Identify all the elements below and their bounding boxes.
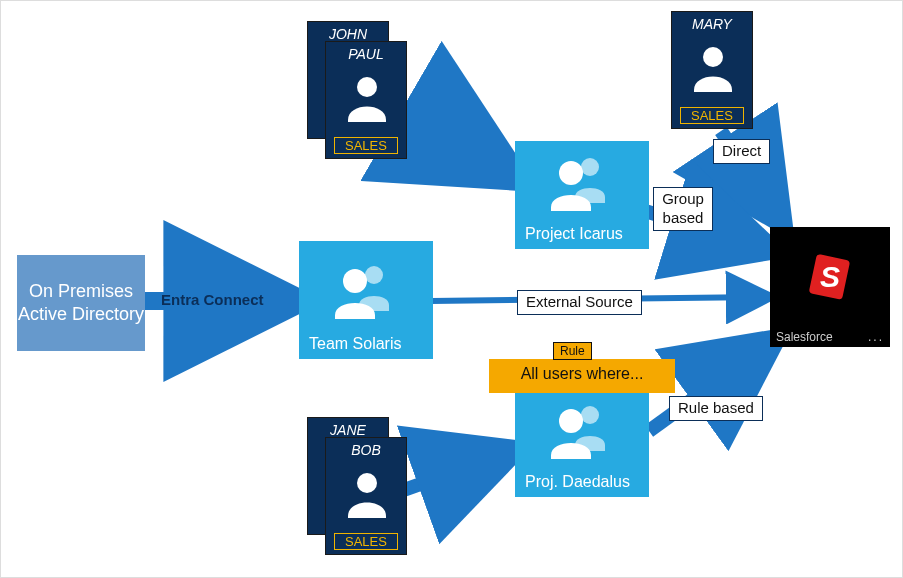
svg-text:S: S [820, 260, 840, 293]
user-name: JANE [308, 418, 388, 438]
user-name: MARY [672, 12, 752, 32]
edge-label-group-based: Group based [653, 187, 713, 231]
salesforce-menu[interactable]: ... [868, 330, 884, 344]
group-icon [545, 399, 615, 459]
person-icon [342, 72, 392, 122]
group-daedalus-label: Proj. Daedalus [525, 473, 630, 491]
user-name: PAUL [326, 42, 406, 62]
svg-point-3 [559, 161, 583, 185]
rule-tag: Rule [553, 342, 592, 360]
salesforce-icon: S [800, 249, 860, 309]
rule-banner: All users where... [489, 359, 675, 393]
user-name: BOB [326, 438, 406, 458]
user-name: JOHN [308, 22, 388, 42]
user-dept: SALES [334, 533, 398, 550]
svg-point-4 [581, 406, 599, 424]
person-icon [342, 468, 392, 518]
group-solaris-label: Team Solaris [309, 335, 401, 353]
user-dept: SALES [334, 137, 398, 154]
svg-point-6 [357, 77, 377, 97]
group-project-icarus: Project Icarus [515, 141, 649, 249]
entra-connect-label: Entra Connect [161, 291, 264, 308]
on-prem-ad-label: On Premises Active Directory [17, 280, 145, 327]
group-team-solaris: Team Solaris [299, 241, 433, 359]
person-icon [688, 42, 738, 92]
rule-text: All users where... [521, 365, 644, 382]
svg-point-0 [365, 266, 383, 284]
edge-label-external: External Source [517, 290, 642, 315]
user-dept: SALES [680, 107, 744, 124]
salesforce-tile[interactable]: S Salesforce ... [770, 227, 890, 347]
on-prem-ad-box: On Premises Active Directory [17, 255, 145, 351]
edge-label-rule-based: Rule based [669, 396, 763, 421]
svg-point-2 [581, 158, 599, 176]
group-proj-daedalus: Proj. Daedalus [515, 389, 649, 497]
group-icarus-label: Project Icarus [525, 225, 623, 243]
group-icon [545, 151, 615, 211]
svg-point-8 [703, 47, 723, 67]
user-card-paul: PAUL SALES [325, 41, 407, 159]
edge-label-direct: Direct [713, 139, 770, 164]
arrow-users-to-daedalus [401, 451, 513, 491]
svg-point-7 [357, 473, 377, 493]
user-card-bob: BOB SALES [325, 437, 407, 555]
salesforce-label: Salesforce [776, 330, 833, 344]
user-card-mary: MARY SALES [671, 11, 753, 129]
svg-point-5 [559, 409, 583, 433]
group-icon [329, 259, 399, 319]
svg-point-1 [343, 269, 367, 293]
arrow-users-to-icarus [401, 111, 513, 176]
